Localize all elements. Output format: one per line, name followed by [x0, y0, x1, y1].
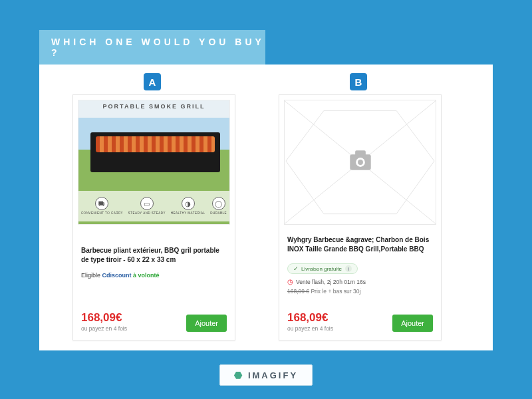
- badge-b: B: [350, 73, 367, 90]
- image-banner: PORTABLE SMOKE GRILL: [78, 103, 229, 110]
- product-title[interactable]: Barbecue pliant extérieur, BBQ gril port…: [81, 246, 227, 264]
- free-shipping-badge: ✓ Livraison gratuite i: [287, 263, 358, 274]
- brand-text: IMAGIFY: [248, 370, 298, 380]
- material-icon: ◑: [182, 197, 195, 210]
- product-image-a: PORTABLE SMOKE GRILL ⛟ CONVENIENT TO CAR…: [78, 100, 230, 225]
- eligible-brand: Cdiscount: [102, 272, 132, 279]
- flash-sale-line: ◷ Vente flash, 2j 20h 01m 16s: [287, 278, 433, 285]
- check-icon: ✓: [293, 265, 299, 272]
- feature-item: ◯ DURABLE: [210, 197, 227, 215]
- comparison-panel: A B PORTABLE SMOKE GRILL ⛟ CONVENIENT TO…: [39, 65, 493, 350]
- lowest-price-line: 168,09 € Prix le + bas sur 30j: [287, 288, 433, 295]
- price: 168,09€: [287, 311, 333, 325]
- price-block: 168,09€ ou payez en 4 fois: [287, 311, 333, 332]
- title-text: WHICH ONE WOULD YOU BUY ?: [51, 37, 265, 58]
- add-to-cart-button[interactable]: Ajouter: [186, 315, 227, 332]
- eligible-suffix: à volonté: [132, 272, 160, 279]
- product-card-b[interactable]: Wyhgry Barbecue &agrave; Charbon de Bois…: [279, 94, 442, 340]
- pay-4x[interactable]: ou payez en 4 fois: [287, 325, 333, 332]
- grill-illustration: [90, 132, 220, 172]
- feature-label: STEADY AND STEADY: [128, 212, 166, 215]
- info-icon[interactable]: i: [345, 265, 352, 272]
- imagify-logo-icon: ⬣: [234, 370, 244, 380]
- steady-icon: ▭: [140, 197, 154, 210]
- feature-row: ⛟ CONVENIENT TO CARRY ▭ STEADY AND STEAD…: [78, 191, 229, 221]
- carry-icon: ⛟: [95, 197, 108, 210]
- badge-a: A: [144, 73, 161, 90]
- feature-label: HEALTHY MATERIAL: [171, 212, 205, 215]
- price-block: 168,09€ ou payez en 4 fois: [81, 311, 127, 332]
- feature-label: DURABLE: [210, 212, 227, 215]
- eligible-line: Eligible Cdiscount à volonté: [81, 272, 227, 279]
- flash-text: Vente flash, 2j 20h 01m 16s: [296, 279, 366, 285]
- product-card-a[interactable]: PORTABLE SMOKE GRILL ⛟ CONVENIENT TO CAR…: [72, 94, 235, 340]
- feature-item: ◑ HEALTHY MATERIAL: [171, 197, 205, 215]
- feature-label: CONVENIENT TO CARRY: [81, 212, 123, 215]
- eligible-prefix: Eligible: [81, 272, 102, 279]
- card-body: Barbecue pliant extérieur, BBQ gril port…: [73, 225, 235, 279]
- card-footer: 168,09€ ou payez en 4 fois Ajouter: [81, 311, 227, 332]
- feature-item: ▭ STEADY AND STEADY: [128, 197, 166, 215]
- card-body: Wyhgry Barbecue &agrave; Charbon de Bois…: [279, 225, 441, 295]
- shipping-text: Livraison gratuite: [301, 266, 342, 272]
- footer-brand[interactable]: ⬣ IMAGIFY: [219, 364, 313, 386]
- feature-item: ⛟ CONVENIENT TO CARRY: [81, 197, 123, 215]
- svg-point-6: [358, 160, 363, 165]
- old-price: 168,09 €: [287, 288, 309, 295]
- add-to-cart-button[interactable]: Ajouter: [392, 315, 433, 332]
- svg-rect-4: [355, 150, 366, 156]
- price: 168,09€: [81, 311, 127, 325]
- product-title[interactable]: Wyhgry Barbecue &agrave; Charbon de Bois…: [287, 235, 433, 253]
- clock-icon: ◷: [287, 278, 293, 285]
- product-image-placeholder: [284, 100, 436, 225]
- durable-icon: ◯: [212, 197, 225, 210]
- page-title: WHICH ONE WOULD YOU BUY ?: [39, 30, 265, 65]
- low-price-text: Prix le + bas sur 30j: [309, 288, 360, 295]
- card-footer: 168,09€ ou payez en 4 fois Ajouter: [287, 311, 433, 332]
- pay-4x[interactable]: ou payez en 4 fois: [81, 325, 127, 332]
